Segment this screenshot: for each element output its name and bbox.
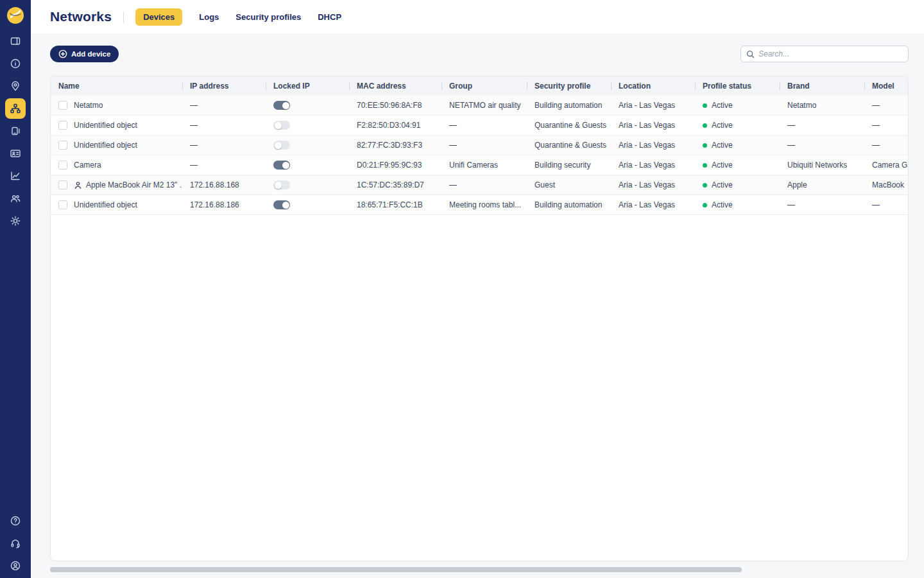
display-icon [10, 35, 21, 47]
column-header-profile-status[interactable]: Profile status [695, 76, 780, 96]
cell-profile-status: Active [695, 175, 780, 195]
cell-profile-status: Active [695, 136, 780, 155]
horizontal-scrollbar-thumb[interactable] [50, 567, 742, 572]
sidebar-item-mobile[interactable] [5, 121, 26, 141]
cell-group: — [441, 136, 527, 155]
cell-locked-ip [266, 116, 349, 135]
locked-ip-toggle[interactable] [273, 101, 290, 110]
column-header-name[interactable]: Name [51, 76, 182, 96]
search-input[interactable] [758, 49, 903, 58]
row-checkbox[interactable] [58, 161, 67, 170]
table-row[interactable]: Unidentified object172.16.88.18618:65:71… [51, 195, 909, 215]
cell-security-profile: Building automation [527, 96, 611, 115]
sidebar-item-support[interactable] [5, 533, 26, 554]
sidebar-item-location[interactable] [5, 76, 26, 96]
row-checkbox[interactable] [58, 101, 67, 110]
row-checkbox[interactable] [58, 141, 67, 150]
cell-mac: 18:65:71:F5:CC:1B [349, 195, 441, 215]
sidebar-item-help[interactable] [5, 511, 26, 531]
sidebar-item-settings[interactable] [5, 211, 26, 231]
table-row[interactable]: Unidentified object—82:77:FC:3D:93:F3—Qu… [51, 136, 909, 155]
cell-ip: 172.16.88.168 [182, 175, 266, 195]
status-dot [703, 123, 707, 128]
sidebar [0, 0, 31, 578]
locked-ip-toggle[interactable] [273, 180, 290, 189]
column-header-group[interactable]: Group [441, 76, 527, 96]
tab-devices[interactable]: Devices [135, 8, 182, 26]
search-box [740, 46, 909, 62]
toggle-knob [275, 142, 282, 149]
person-icon [74, 181, 82, 189]
cell-security-profile: Building automation [527, 195, 611, 215]
cell-name: Unidentified object [51, 195, 182, 215]
sidebar-item-display[interactable] [5, 31, 26, 51]
header-tabs: Devices Logs Security profiles DHCP [135, 8, 341, 26]
sidebar-item-contacts[interactable] [5, 143, 26, 164]
device-name: Camera [74, 161, 101, 170]
row-checkbox[interactable] [58, 180, 67, 189]
cell-model: — [864, 96, 909, 115]
sidebar-item-networks[interactable] [5, 98, 26, 119]
cell-mac: F2:82:50:D3:04:91 [349, 116, 441, 135]
cell-ip: — [182, 136, 266, 155]
table-row[interactable]: Unidentified object—F2:82:50:D3:04:91—Qu… [51, 116, 909, 136]
status-dot [703, 183, 707, 188]
table-row[interactable]: Camera—D0:21:F9:95:9C:93Unifi CamerasBui… [51, 155, 909, 175]
cell-location: Aria - Las Vegas [611, 175, 695, 195]
cell-name: Netatmo [51, 96, 182, 115]
status-label: Active [712, 180, 733, 189]
column-header-model[interactable]: Model [864, 76, 909, 96]
column-header-ip[interactable]: IP address [182, 76, 266, 96]
cell-ip: — [182, 155, 266, 175]
table-row[interactable]: Netatmo—70:EE:50:96:8A:F8NETATMO air qua… [51, 96, 909, 116]
tab-security-profiles[interactable]: Security profiles [235, 12, 301, 22]
horizontal-scrollbar-track[interactable] [50, 567, 909, 572]
users-icon [10, 193, 21, 204]
tab-logs[interactable]: Logs [199, 12, 219, 22]
cell-profile-status: Active [695, 116, 780, 135]
toggle-knob [275, 182, 282, 189]
tab-dhcp[interactable]: DHCP [318, 12, 341, 22]
row-checkbox[interactable] [58, 121, 67, 130]
status-label: Active [712, 101, 733, 110]
column-header-security-profile[interactable]: Security profile [527, 76, 611, 96]
cell-location: Aria - Las Vegas [611, 116, 695, 135]
column-header-locked-ip[interactable]: Locked IP [266, 76, 349, 96]
status-dot [703, 163, 707, 168]
account-icon [10, 560, 21, 572]
status-dot [703, 143, 707, 148]
locked-ip-toggle[interactable] [273, 200, 290, 209]
cell-model: — [864, 116, 909, 135]
add-device-button[interactable]: Add device [50, 46, 119, 62]
cell-ip: — [182, 116, 266, 135]
cell-security-profile: Guest [527, 175, 611, 195]
table-row[interactable]: Apple MacBook Air M2 13" ...172.16.88.16… [51, 175, 909, 195]
device-name: Unidentified object [74, 121, 137, 130]
cell-ip: — [182, 96, 266, 115]
cell-model: — [864, 195, 909, 215]
sidebar-item-account[interactable] [5, 556, 26, 576]
sidebar-item-analytics[interactable] [5, 166, 26, 186]
cell-model: Camera G [864, 155, 909, 175]
locked-ip-toggle[interactable] [273, 161, 290, 170]
cell-model: — [864, 136, 909, 155]
status-label: Active [712, 200, 733, 209]
sidebar-item-info[interactable] [5, 53, 26, 74]
column-header-location[interactable]: Location [611, 76, 695, 96]
cell-brand: — [780, 195, 864, 215]
column-header-mac[interactable]: MAC address [349, 76, 441, 96]
cell-locked-ip [266, 155, 349, 175]
locked-ip-toggle[interactable] [273, 141, 290, 150]
row-checkbox[interactable] [58, 200, 67, 209]
locked-ip-toggle[interactable] [273, 121, 290, 130]
cell-group: — [441, 175, 527, 195]
sidebar-item-users[interactable] [5, 188, 26, 209]
table-body: Netatmo—70:EE:50:96:8A:F8NETATMO air qua… [51, 96, 908, 215]
cell-name: Camera [51, 155, 182, 175]
toggle-knob [275, 122, 282, 129]
status-label: Active [712, 121, 733, 130]
cell-locked-ip [266, 136, 349, 155]
column-header-brand[interactable]: Brand [780, 76, 864, 96]
cell-locked-ip [266, 175, 349, 195]
cell-mac: 70:EE:50:96:8A:F8 [349, 96, 441, 115]
